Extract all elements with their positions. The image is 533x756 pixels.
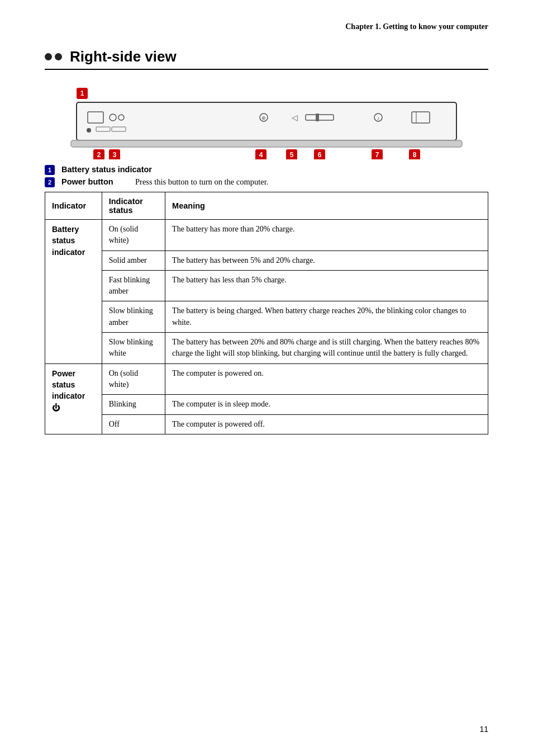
svg-point-6 — [87, 128, 91, 133]
desc-item-1: 1 Battery status indicator — [45, 165, 488, 175]
col-indicator: Indicator — [45, 192, 102, 220]
status-fast-blinking-amber: Fast blinking amber — [102, 270, 165, 301]
meaning-blinking: The computer is in sleep mode. — [165, 395, 488, 414]
svg-text:1: 1 — [80, 89, 84, 97]
table-row: Battery statusindicator On (solid white)… — [45, 220, 488, 251]
item-1-label: Battery status indicator — [61, 165, 152, 174]
chapter-title: Chapter 1. Getting to know your computer — [345, 22, 488, 31]
svg-text:4: 4 — [259, 151, 263, 159]
status-off: Off — [102, 414, 165, 434]
table-row: Slow blinking white The battery has betw… — [45, 333, 488, 364]
item-2-label: Power button — [61, 177, 117, 186]
table-row: Fast blinking amber The battery has less… — [45, 270, 488, 301]
section-title-bar: Right-side view — [45, 48, 488, 70]
status-slow-blinking-white: Slow blinking white — [102, 333, 165, 364]
status-blinking: Blinking — [102, 395, 165, 414]
svg-text:5: 5 — [290, 151, 294, 159]
section-dots — [45, 53, 62, 60]
table-row: Off The computer is powered off. — [45, 414, 488, 434]
status-power-on: On (solid white) — [102, 363, 165, 395]
svg-text:2: 2 — [97, 151, 101, 159]
meaning-solid-amber: The battery has between 5% and 20% charg… — [165, 251, 488, 270]
descriptions: 1 Battery status indicator 2 Power butto… — [45, 165, 488, 434]
item-2-detail: Press this button to turn on the compute… — [135, 177, 268, 187]
status-solid-amber: Solid amber — [102, 251, 165, 270]
svg-text:8: 8 — [413, 151, 417, 159]
meaning-fast-blinking-amber: The battery has less than 5% charge. — [165, 270, 488, 301]
svg-text:7: 7 — [375, 151, 379, 159]
table-row: Power statusindicator ⏻ On (solid white)… — [45, 363, 488, 395]
svg-text:◁: ◁ — [292, 113, 298, 122]
chapter-header: Chapter 1. Getting to know your computer — [45, 22, 488, 31]
table-row: Solid amber The battery has between 5% a… — [45, 251, 488, 270]
col-status: Indicator status — [102, 192, 165, 220]
page-number: 11 — [479, 725, 488, 734]
dot-1 — [45, 53, 52, 60]
power-indicator-label: Power statusindicator ⏻ — [45, 363, 102, 434]
status-table: Indicator Indicator status Meaning Batte… — [45, 192, 488, 434]
meaning-slow-blinking-white: The battery has between 20% and 80% char… — [165, 333, 488, 364]
battery-indicator-label: Battery statusindicator — [45, 220, 102, 364]
laptop-diagram: 1 ⊗ ◁ ♪ 2 3 4 5 6 7 8 — [65, 87, 468, 159]
svg-rect-13 — [316, 114, 319, 121]
status-on-solid-white: On (solid white) — [102, 220, 165, 251]
status-slow-blinking-amber: Slow blinking amber — [102, 301, 165, 333]
svg-rect-2 — [77, 102, 456, 140]
meaning-off: The computer is powered off. — [165, 414, 488, 434]
table-row: Blinking The computer is in sleep mode. — [45, 395, 488, 414]
table-row: Slow blinking amber The battery is being… — [45, 301, 488, 333]
svg-text:♪: ♪ — [377, 115, 380, 121]
badge-2: 2 — [45, 177, 55, 187]
svg-text:6: 6 — [318, 151, 322, 159]
svg-text:⊗: ⊗ — [261, 115, 266, 121]
meaning-slow-blinking-amber: The battery is being charged. When batte… — [165, 301, 488, 333]
svg-text:3: 3 — [113, 151, 117, 159]
col-meaning: Meaning — [165, 192, 488, 220]
svg-rect-18 — [71, 140, 462, 147]
desc-item-2: 2 Power button Press this button to turn… — [45, 177, 488, 187]
dot-2 — [55, 53, 62, 60]
badge-1: 1 — [45, 165, 55, 175]
section-title: Right-side view — [70, 48, 177, 65]
meaning-on-solid-white: The battery has more than 20% charge. — [165, 220, 488, 251]
meaning-power-on: The computer is powered on. — [165, 363, 488, 395]
